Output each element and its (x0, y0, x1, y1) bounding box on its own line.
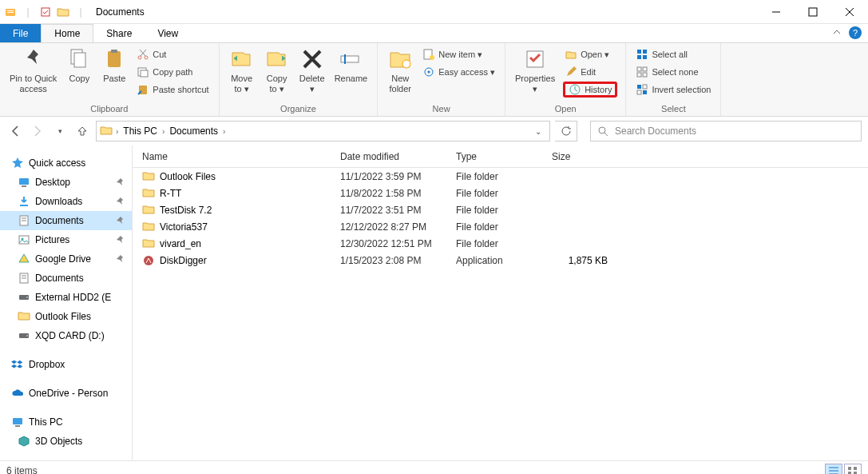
copy-to-button[interactable]: Copy to ▾ (260, 45, 295, 94)
group-label-new: New (382, 102, 500, 116)
svg-rect-10 (108, 51, 121, 67)
column-type[interactable]: Type (456, 151, 552, 162)
maximize-button[interactable] (795, 0, 831, 24)
file-name: vivard_en (160, 238, 201, 249)
crumb-this-pc[interactable]: This PC (121, 125, 159, 137)
sidebar-quick-access[interactable]: Quick access (0, 153, 132, 173)
paste-button[interactable]: Paste (97, 45, 132, 84)
quick-access-toolbar: | | (0, 5, 91, 19)
rename-button[interactable]: Rename (330, 45, 373, 84)
sidebar-item[interactable]: Outlook Files (0, 307, 132, 326)
delete-button[interactable]: Delete ▾ (295, 45, 330, 94)
help-icon[interactable]: ? (849, 26, 862, 39)
table-row[interactable]: R-TT11/8/2022 1:58 PMFile folder (133, 185, 868, 201)
column-headers: Name Date modified Type Size (133, 145, 868, 168)
paste-shortcut-icon (137, 83, 149, 96)
file-type: File folder (456, 238, 552, 249)
cube-icon (18, 435, 30, 448)
paste-shortcut-button[interactable]: Paste shortcut (135, 82, 210, 98)
svg-rect-60 (15, 425, 20, 427)
refresh-button[interactable] (555, 121, 577, 141)
file-type: Application (456, 255, 552, 266)
sidebar-dropbox[interactable]: Dropbox (0, 355, 132, 374)
qat-divider: | (21, 5, 35, 19)
file-name: Outlook Files (160, 171, 216, 182)
edit-button[interactable]: Edit (563, 64, 617, 80)
status-bar: 6 items (0, 460, 868, 474)
table-row[interactable]: TestDisk 7.211/7/2022 3:51 PMFile folder (133, 201, 868, 218)
address-dropdown-icon[interactable]: ⌄ (530, 127, 546, 136)
new-folder-button[interactable]: New folder (382, 45, 418, 94)
open-button[interactable]: Open ▾ (563, 46, 617, 62)
address-bar[interactable]: › This PC › Documents › ⌄ (96, 121, 550, 141)
sidebar-item[interactable]: Documents (0, 269, 132, 288)
recent-locations-button[interactable]: ▾ (51, 122, 69, 140)
file-type: File folder (456, 221, 552, 233)
svg-line-15 (140, 50, 145, 56)
table-row[interactable]: vivard_en12/30/2022 12:51 PMFile folder (133, 235, 868, 252)
large-icons-view-button[interactable] (844, 464, 862, 475)
cut-button[interactable]: Cut (135, 46, 210, 62)
select-all-button[interactable]: Select all (634, 46, 712, 62)
collapse-ribbon-icon[interactable] (831, 26, 844, 39)
copy-path-button[interactable]: Copy path (135, 64, 210, 80)
svg-point-56 (26, 297, 28, 298)
sidebar-item-3d-objects[interactable]: 3D Objects (0, 432, 132, 451)
new-item-button[interactable]: New item ▾ (421, 46, 497, 62)
svg-rect-3 (42, 8, 50, 16)
item-count: 6 items (6, 465, 38, 475)
column-date[interactable]: Date modified (340, 151, 456, 162)
chevron-right-icon[interactable]: › (161, 127, 166, 136)
column-size[interactable]: Size (552, 151, 616, 162)
file-name: DiskDigger (160, 255, 207, 266)
sidebar-item[interactable]: Google Drive (0, 249, 132, 269)
back-button[interactable] (6, 122, 24, 140)
details-view-button[interactable] (825, 464, 842, 475)
svg-point-58 (26, 335, 28, 337)
column-name[interactable]: Name (133, 151, 340, 162)
sidebar-this-pc[interactable]: This PC (0, 412, 132, 432)
crumb-documents[interactable]: Documents (168, 125, 220, 137)
tab-share[interactable]: Share (93, 24, 145, 42)
sidebar-item[interactable]: Desktop (0, 173, 132, 192)
sidebar-item[interactable]: Documents (0, 211, 132, 230)
navigation-pane[interactable]: Quick access DesktopDownloadsDocumentsPi… (0, 145, 133, 460)
invert-selection-button[interactable]: Invert selection (634, 82, 712, 98)
tab-file[interactable]: File (0, 24, 41, 42)
sidebar-item[interactable]: Downloads (0, 192, 132, 211)
search-input[interactable]: Search Documents (590, 121, 862, 141)
pin-to-quick-access-button[interactable]: Pin to Quick access (5, 45, 61, 94)
table-row[interactable]: Outlook Files11/1/2022 3:59 PMFile folde… (133, 168, 868, 185)
sidebar-item[interactable]: External HDD2 (E (0, 288, 132, 307)
svg-rect-46 (20, 205, 28, 206)
svg-rect-33 (643, 55, 647, 59)
tab-view[interactable]: View (145, 24, 191, 42)
table-row[interactable]: Victoria53712/12/2022 8:27 PMFile folder (133, 218, 868, 235)
edit-icon (565, 66, 577, 78)
chevron-right-icon[interactable]: › (221, 127, 227, 136)
history-button[interactable]: History (563, 82, 617, 98)
close-button[interactable] (831, 0, 868, 24)
copy-button[interactable]: Copy (61, 45, 97, 84)
group-label-open: Open (510, 102, 620, 116)
table-row[interactable]: DiskDigger1/15/2023 2:08 PMApplication1,… (133, 252, 868, 269)
sidebar-onedrive[interactable]: OneDrive - Person (0, 384, 132, 403)
file-icon (142, 170, 155, 183)
forward-button[interactable] (29, 122, 46, 140)
sidebar-item[interactable]: Pictures (0, 230, 132, 249)
select-none-icon (636, 66, 648, 78)
pin-icon (116, 197, 125, 206)
minimize-button[interactable] (758, 0, 795, 24)
folder-icon[interactable] (56, 5, 70, 19)
tab-home[interactable]: Home (41, 24, 93, 42)
easy-access-button[interactable]: Easy access ▾ (421, 64, 497, 80)
select-none-button[interactable]: Select none (634, 64, 712, 80)
copy-icon (66, 46, 92, 72)
up-button[interactable] (73, 122, 91, 140)
move-to-button[interactable]: Move to ▾ (224, 45, 260, 94)
chevron-right-icon[interactable]: › (114, 127, 120, 136)
sidebar-item[interactable]: XQD CARD (D:) (0, 326, 132, 345)
sidebar-item-label: Downloads (35, 196, 82, 207)
properties-button[interactable]: Properties ▾ (510, 45, 560, 94)
properties-icon[interactable] (38, 5, 53, 19)
